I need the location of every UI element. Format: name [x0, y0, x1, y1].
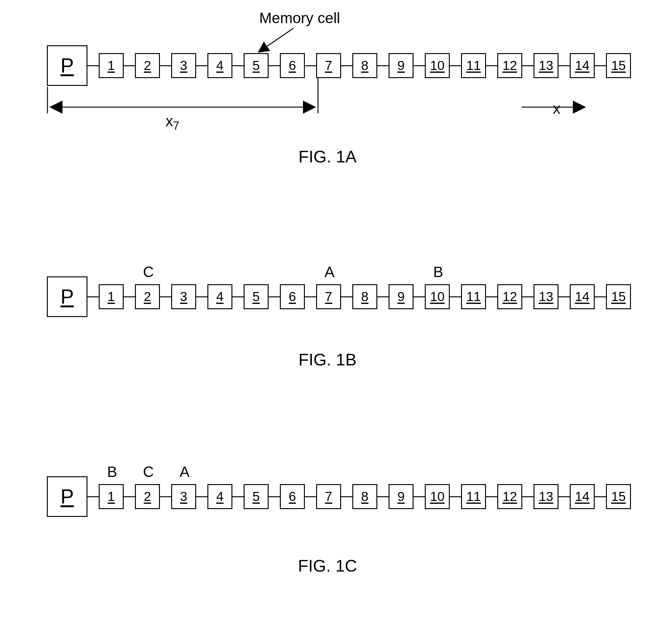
- cell-connector: [269, 65, 280, 66]
- memory-cell-12: 12: [497, 53, 522, 78]
- memory-cell-3: 3: [171, 284, 196, 309]
- cell-connector: [124, 65, 135, 66]
- cell-connector: [269, 496, 280, 497]
- memory-cell-15: 15: [606, 484, 631, 509]
- cell-connector: [88, 65, 99, 66]
- cell-connector: [269, 296, 280, 297]
- cell-connector: [486, 296, 497, 297]
- cell-number: 10: [430, 289, 445, 304]
- memory-cell-14: 14: [570, 53, 595, 78]
- cell-number: 12: [502, 289, 517, 304]
- cell-number: 14: [575, 489, 590, 504]
- cell-connector: [522, 65, 534, 66]
- cell-number: 4: [216, 289, 223, 304]
- cell-number: 7: [325, 489, 332, 504]
- cells-1c: 1B2C3A456789101112131415: [88, 484, 631, 509]
- memory-cell-13: 13: [534, 284, 559, 309]
- axis-label-x: x: [553, 100, 560, 117]
- memory-cell-12: 12: [497, 484, 522, 509]
- memory-cell-5: 5: [244, 53, 269, 78]
- caption-1a: FIG. 1A: [0, 147, 655, 166]
- cell-number: 3: [180, 289, 187, 304]
- dimension-label-x7: x7: [165, 112, 179, 133]
- memory-cell-15: 15: [606, 284, 631, 309]
- cell-connector: [450, 65, 461, 66]
- cell-number: 3: [180, 489, 187, 504]
- cell-connector: [413, 65, 425, 66]
- memory-cell-13: 13: [534, 484, 559, 509]
- memory-cell-6: 6: [280, 484, 305, 509]
- cell-number: 7: [325, 58, 332, 73]
- cell-number: 13: [539, 289, 554, 304]
- memory-cell-1: 1: [99, 284, 124, 309]
- cell-number: 14: [575, 289, 590, 304]
- cell-connector: [88, 496, 99, 497]
- cell-number: 2: [144, 289, 151, 304]
- memory-cell-4: 4: [207, 484, 232, 509]
- memory-cell-11: 11: [461, 53, 486, 78]
- memory-cell-4: 4: [207, 53, 232, 78]
- cell-top-label: A: [317, 263, 342, 280]
- cell-top-label: B: [100, 463, 125, 480]
- cell-connector: [160, 65, 171, 66]
- cell-connector: [377, 65, 388, 66]
- memory-cell-7: 7A: [316, 284, 341, 309]
- cell-top-label: C: [136, 463, 161, 480]
- cell-number: 11: [466, 489, 481, 504]
- cell-connector: [595, 65, 606, 66]
- memory-cell-14: 14: [570, 484, 595, 509]
- cell-connector: [341, 496, 352, 497]
- memory-cell-13: 13: [534, 53, 559, 78]
- memory-cell-9: 9: [388, 284, 413, 309]
- cell-number: 6: [289, 289, 296, 304]
- caption-1c: FIG. 1C: [0, 556, 655, 575]
- cell-connector: [196, 65, 207, 66]
- cell-connector: [595, 496, 606, 497]
- dimension-and-axis: [47, 77, 640, 146]
- memory-cell-7: 7: [316, 53, 341, 78]
- cell-number: 15: [611, 289, 626, 304]
- cell-number: 10: [430, 58, 445, 73]
- memory-cell-7: 7: [316, 484, 341, 509]
- cell-connector: [305, 496, 316, 497]
- memory-cell-2: 2C: [135, 284, 160, 309]
- cell-number: 10: [430, 489, 445, 504]
- memory-cell-14: 14: [570, 284, 595, 309]
- cell-number: 13: [539, 489, 554, 504]
- memory-cell-15: 15: [606, 53, 631, 78]
- cell-number: 12: [502, 58, 517, 73]
- cell-connector: [124, 296, 135, 297]
- cells-1a: 123456789101112131415: [88, 53, 631, 78]
- figure-1b: P 12C34567A8910B1112131415 FIG. 1B: [0, 284, 655, 322]
- memory-cell-8: 8: [352, 484, 377, 509]
- row-1b: P 12C34567A8910B1112131415: [47, 284, 655, 322]
- cell-number: 9: [397, 58, 405, 73]
- cell-number: 5: [252, 58, 259, 73]
- cell-number: 8: [361, 489, 368, 504]
- cell-connector: [124, 496, 135, 497]
- cell-number: 9: [397, 289, 405, 304]
- cell-connector: [196, 296, 207, 297]
- cell-number: 8: [361, 289, 368, 304]
- cell-connector: [486, 65, 497, 66]
- cell-connector: [305, 65, 316, 66]
- cell-number: 9: [397, 489, 405, 504]
- cell-connector: [450, 496, 461, 497]
- memory-cell-2: 2: [135, 53, 160, 78]
- cell-connector: [413, 496, 425, 497]
- cell-number: 6: [289, 58, 296, 73]
- memory-cell-6: 6: [280, 53, 305, 78]
- cell-connector: [160, 296, 171, 297]
- cell-number: 4: [216, 58, 223, 73]
- cell-connector: [559, 65, 570, 66]
- cell-number: 1: [108, 58, 115, 73]
- cell-number: 5: [252, 489, 259, 504]
- cell-connector: [413, 296, 425, 297]
- cell-number: 12: [502, 489, 517, 504]
- memory-cell-12: 12: [497, 284, 522, 309]
- cell-number: 8: [361, 58, 368, 73]
- row-1c: P 1B2C3A456789101112131415: [47, 484, 655, 522]
- memory-cell-4: 4: [207, 284, 232, 309]
- cell-top-label: B: [426, 263, 451, 280]
- cell-number: 11: [466, 58, 481, 73]
